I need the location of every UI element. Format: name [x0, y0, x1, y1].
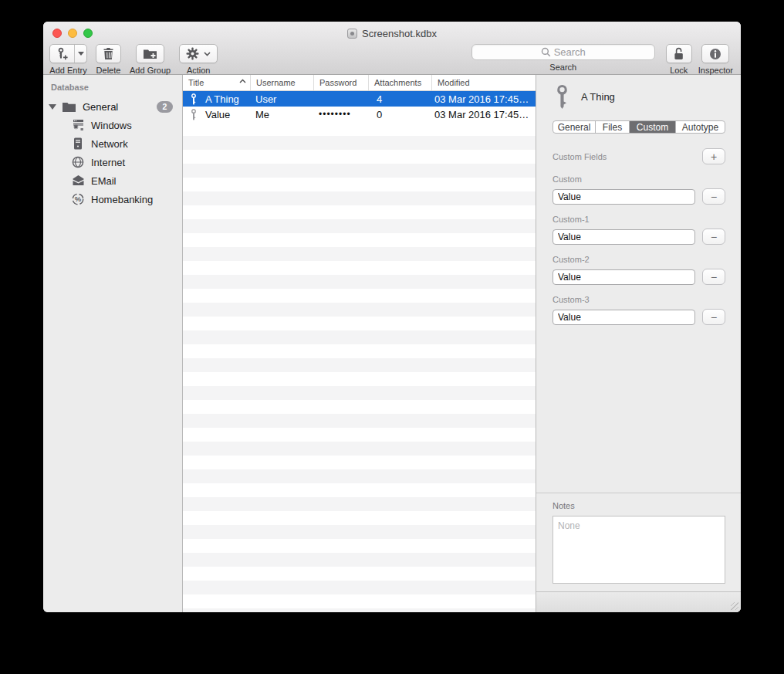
field-value-input[interactable]	[553, 310, 695, 325]
add-field-button[interactable]: +	[702, 148, 725, 164]
disclosure-triangle-icon[interactable]	[49, 104, 56, 110]
table-row[interactable]: A Thing User 4 03 Mar 2016 17:45…	[183, 91, 536, 107]
custom-field: Custom −	[553, 174, 725, 205]
key-plus-icon	[56, 47, 69, 60]
key-icon	[553, 85, 572, 109]
window-chrome: Screenshot.kdbx	[43, 22, 741, 75]
toolbar: Add Entry Delete	[43, 42, 741, 75]
sidebar-item-label: General	[83, 101, 118, 113]
tab-autotype[interactable]: Autotype	[676, 121, 725, 133]
content-area: Database General 2	[43, 75, 741, 612]
search-group: Search Search	[471, 44, 655, 72]
delete-label: Delete	[96, 66, 121, 75]
search-icon	[541, 47, 551, 57]
entry-header: A Thing	[553, 85, 725, 109]
document-icon	[347, 29, 357, 39]
homebanking-icon: %	[71, 193, 85, 205]
delete-group: Delete	[96, 44, 121, 75]
field-label: Custom	[553, 174, 725, 184]
field-label: Custom-2	[553, 255, 725, 264]
sidebar-item-label: Network	[91, 138, 128, 150]
sidebar-item-label: Homebanking	[91, 194, 153, 205]
notes-textarea[interactable]	[553, 516, 725, 584]
key-icon	[189, 109, 198, 120]
table-row[interactable]: Value Me •••••••• 0 03 Mar 2016 17:45…	[183, 107, 536, 122]
trash-icon	[103, 47, 114, 60]
search-input[interactable]: Search	[471, 44, 655, 60]
email-icon	[71, 175, 85, 186]
remove-field-button[interactable]: −	[702, 188, 725, 205]
column-header-attachments[interactable]: Attachments	[369, 75, 432, 90]
field-value-input[interactable]	[553, 189, 695, 205]
minimize-button[interactable]	[68, 29, 77, 38]
sidebar-item-general[interactable]: General 2	[43, 97, 182, 116]
sidebar-item-windows[interactable]: Windows	[43, 116, 182, 134]
custom-fields-header: Custom Fields +	[553, 148, 725, 164]
add-entry-dropdown[interactable]	[74, 45, 86, 63]
group-count-badge: 2	[157, 101, 173, 113]
custom-field: Custom-1 −	[553, 215, 725, 245]
inspector-panel: A Thing General Files Custom Autotype Cu…	[536, 75, 741, 612]
remove-field-button[interactable]: −	[702, 229, 725, 245]
lock-label: Lock	[670, 66, 688, 75]
remove-field-button[interactable]: −	[702, 309, 725, 325]
custom-field: Custom-2 −	[553, 255, 725, 285]
delete-button[interactable]	[96, 44, 121, 63]
action-label: Action	[187, 66, 211, 75]
minus-icon: −	[711, 191, 717, 202]
zoom-button[interactable]	[83, 29, 93, 38]
add-group-label: Add Group	[130, 66, 171, 75]
lock-button[interactable]	[666, 44, 692, 63]
cell-attachments: 0	[369, 109, 432, 120]
cell-modified: 03 Mar 2016 17:45…	[432, 109, 536, 120]
column-header-title[interactable]: Title	[183, 75, 251, 90]
cell-modified: 03 Mar 2016 17:45…	[432, 93, 536, 105]
table-empty-area[interactable]	[183, 122, 536, 612]
inspector-group: Inspector	[698, 44, 733, 75]
minus-icon: −	[711, 272, 717, 283]
remove-field-button[interactable]: −	[702, 269, 725, 285]
app-window: Screenshot.kdbx	[43, 22, 741, 612]
column-header-password[interactable]: Password	[314, 75, 369, 90]
internet-icon	[71, 156, 85, 168]
notes-label: Notes	[553, 501, 725, 510]
field-value-input[interactable]	[553, 229, 695, 245]
add-entry-group: Add Entry	[49, 44, 87, 75]
custom-fields-label: Custom Fields	[553, 152, 607, 161]
column-header-username[interactable]: Username	[251, 75, 314, 90]
titlebar[interactable]: Screenshot.kdbx	[43, 22, 741, 42]
notes-section: Notes	[536, 493, 741, 591]
tab-files[interactable]: Files	[596, 121, 630, 133]
close-button[interactable]	[52, 29, 62, 38]
sidebar-item-network[interactable]: Network	[43, 134, 182, 153]
action-button[interactable]	[179, 44, 218, 63]
resize-grip[interactable]	[731, 602, 738, 610]
inspector-button[interactable]	[701, 44, 729, 63]
cell-password: ••••••••	[314, 109, 369, 120]
add-entry-button[interactable]	[49, 44, 87, 63]
tab-general[interactable]: General	[553, 121, 596, 133]
sidebar-item-label: EMail	[91, 175, 117, 187]
tab-custom[interactable]: Custom	[630, 121, 676, 133]
sidebar-item-email[interactable]: EMail	[43, 171, 182, 190]
sidebar-item-label: Internet	[91, 157, 125, 168]
lock-open-icon	[673, 47, 684, 60]
cell-username: Me	[251, 109, 314, 120]
sidebar-item-internet[interactable]: Internet	[43, 153, 182, 171]
custom-field: Custom-3 −	[553, 295, 725, 325]
column-header-modified[interactable]: Modified	[432, 75, 536, 90]
inspector-label: Inspector	[698, 66, 733, 75]
sidebar-item-homebanking[interactable]: % Homebanking	[43, 190, 182, 208]
entry-table: Title Username Password Attachments Modi…	[183, 75, 536, 612]
cell-title: Value	[205, 109, 230, 120]
cell-attachments: 4	[369, 93, 432, 105]
folder-icon	[62, 101, 76, 113]
field-label: Custom-3	[553, 295, 725, 304]
add-group-button[interactable]	[136, 44, 164, 63]
windows-icon	[71, 119, 85, 131]
minus-icon: −	[711, 312, 717, 323]
chevron-down-icon	[78, 52, 84, 56]
field-value-input[interactable]	[553, 269, 695, 285]
info-icon	[709, 48, 721, 60]
folder-plus-icon	[143, 48, 157, 60]
